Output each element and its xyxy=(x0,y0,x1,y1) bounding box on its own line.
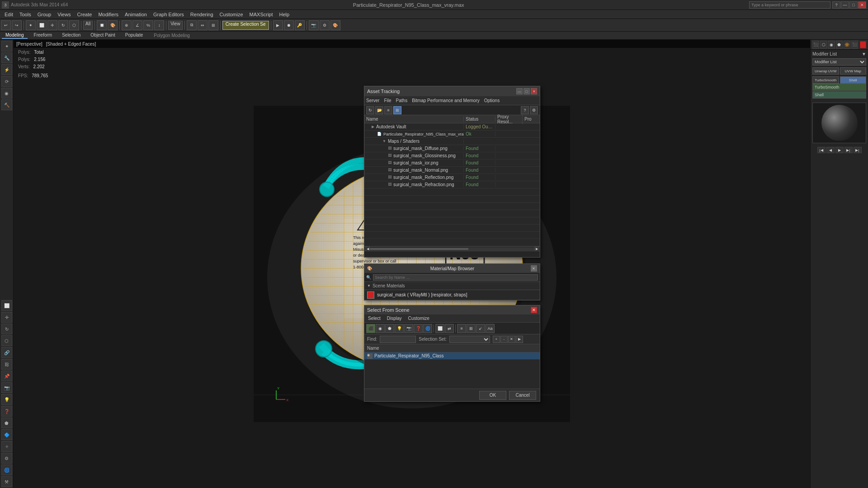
at-row-refraction[interactable]: 🖼 surgical_mask_Refraction.png Found xyxy=(364,181,540,188)
at-row-glossiness[interactable]: 🖼 surgical_mask_Glossiness.png Found xyxy=(364,152,540,160)
at-menu-bitmap-perf[interactable]: Bitmap Performance and Memory xyxy=(412,98,480,103)
ss-case-icon[interactable]: Aa xyxy=(486,324,495,333)
menu-graph-editors[interactable]: Graph Editors xyxy=(151,11,187,18)
tab-freeform[interactable]: Freeform xyxy=(30,32,56,39)
angle-snap-icon[interactable]: ∠ xyxy=(132,20,142,30)
ss-select-subtree-icon[interactable]: ↙ xyxy=(476,324,485,333)
at-icon-detail[interactable]: ⊞ xyxy=(393,106,401,114)
compound-icon[interactable]: 🔷 xyxy=(1,429,12,440)
rp-icon-5[interactable]: 🔆 xyxy=(844,41,850,49)
helper-icon[interactable]: ❓ xyxy=(1,406,12,417)
camera-icon[interactable]: 📷 xyxy=(1,382,12,393)
at-row-maps-folder[interactable]: ▼ Maps / Shaders xyxy=(364,138,540,145)
pb-next-frame[interactable]: ▶| xyxy=(844,147,853,153)
light-icon[interactable]: 💡 xyxy=(1,394,12,405)
ss-group-icon[interactable]: ⊞ xyxy=(467,324,476,333)
material-search-input[interactable] xyxy=(373,274,538,281)
menu-tools[interactable]: Tools xyxy=(17,11,34,18)
material-row-surgical-mask[interactable]: surgical_mask ( VRayMtl ) [respirator, s… xyxy=(364,290,540,300)
pb-go-end[interactable]: ▶| xyxy=(854,147,862,153)
ss-warp-icon[interactable]: 🌀 xyxy=(423,324,432,333)
redo-button[interactable]: ↪ xyxy=(12,20,22,30)
rotate-tool-icon[interactable]: ↻ xyxy=(1,324,12,334)
create-panel-icon[interactable]: ✦ xyxy=(1,41,12,52)
motion-panel-icon[interactable]: ⟳ xyxy=(1,76,12,87)
menu-customize[interactable]: Customize xyxy=(217,11,246,18)
menu-rendering[interactable]: Rendering xyxy=(188,11,216,18)
at-row-diffuse[interactable]: 🖼 surgical_mask_Diffuse.png Found xyxy=(364,145,540,152)
record-icon[interactable]: ⏺ xyxy=(284,20,294,30)
display-panel-icon[interactable]: ◉ xyxy=(1,88,12,99)
pb-prev-frame[interactable]: ◀ xyxy=(826,147,835,153)
turbosmooth-btn[interactable]: TurboSmooth xyxy=(812,76,839,84)
play-anim-icon[interactable]: ▶ xyxy=(273,20,283,30)
ss-sel-highlight-btn[interactable]: ▶ xyxy=(516,336,523,343)
menu-animation[interactable]: Animation xyxy=(122,11,150,18)
ss-tab-customize[interactable]: Customize xyxy=(406,315,431,321)
key-icon[interactable]: 🔑 xyxy=(295,20,305,30)
rp-icon-1[interactable]: ⬛ xyxy=(812,41,819,49)
at-menu-server[interactable]: Server xyxy=(366,98,379,103)
select-obj-icon[interactable]: ⬜ xyxy=(1,300,12,311)
render-icon[interactable]: 📷 xyxy=(309,20,319,30)
ss-tab-select[interactable]: Select xyxy=(366,315,382,321)
pb-go-start[interactable]: |◀ xyxy=(817,147,826,153)
utilities-panel-icon[interactable]: 🔨 xyxy=(1,99,12,110)
ss-light-icon[interactable]: 💡 xyxy=(395,324,404,333)
scene-materials-expand[interactable]: ▼ xyxy=(367,284,371,288)
at-row-reflection[interactable]: 🖼 surgical_mask_Reflection.png Found xyxy=(364,174,540,181)
filter-dropdown[interactable]: All xyxy=(83,21,93,30)
ss-helper-icon[interactable]: ❓ xyxy=(414,324,423,333)
align-icon[interactable]: ⧉ xyxy=(187,20,197,30)
tab-selection[interactable]: Selection xyxy=(58,32,84,39)
select-color-icon[interactable]: 🎨 xyxy=(108,20,118,30)
ss-none-icon[interactable]: ⬜ xyxy=(435,324,444,333)
viewport-label-perspective[interactable]: [Perspective] xyxy=(16,42,42,47)
menu-help[interactable]: Help xyxy=(277,11,292,18)
at-col-proxy[interactable]: Proxy Resol... xyxy=(495,114,523,124)
undo-button[interactable]: ↩ xyxy=(1,20,11,30)
ss-tab-display[interactable]: Display xyxy=(385,315,404,321)
ss-layer-icon[interactable]: ≡ xyxy=(457,324,466,333)
unlink-icon[interactable]: ⛓ xyxy=(1,359,12,370)
at-horizontal-scroll[interactable] xyxy=(370,248,534,250)
help-button[interactable]: ? xyxy=(832,1,840,9)
move-icon[interactable]: ✛ xyxy=(47,20,57,30)
at-icon-list[interactable]: ≡ xyxy=(384,106,392,114)
render-setup-icon[interactable]: ⚙ xyxy=(320,20,330,30)
at-col-pro[interactable]: Pro xyxy=(523,117,536,122)
at-row-vault[interactable]: ▶ Autodesk Vault Logged Out ... xyxy=(364,123,540,131)
rp-icon-6[interactable]: ⬛ xyxy=(851,41,858,49)
at-menu-options[interactable]: Options xyxy=(484,98,500,103)
at-minimize-btn[interactable]: — xyxy=(516,88,523,94)
at-icon-refresh[interactable]: ↻ xyxy=(366,106,374,114)
at-row-ior[interactable]: 🖼 surgical_mask_ior.png Found xyxy=(364,160,540,167)
dynamics-icon[interactable]: ⚙ xyxy=(1,453,12,464)
menu-create[interactable]: Create xyxy=(74,11,94,18)
snap-3d-icon[interactable]: ⊕ xyxy=(122,20,132,30)
stack-turbosmooth[interactable]: TurboSmooth xyxy=(812,84,866,91)
pb-play[interactable]: ▶ xyxy=(835,147,844,153)
at-row-maxfile[interactable]: 📄 Particulate_Respirator_N95_Class_max_v… xyxy=(364,131,540,138)
at-icon-browse[interactable]: 📂 xyxy=(375,106,383,114)
modify-panel-icon[interactable]: 🔧 xyxy=(1,52,12,63)
shape-icon[interactable]: ⬟ xyxy=(1,418,12,428)
rotate-icon[interactable]: ↻ xyxy=(58,20,68,30)
menu-group[interactable]: Group xyxy=(35,11,54,18)
viewport-label-shading[interactable]: [Shaded + Edged Faces] xyxy=(46,42,96,47)
at-icon-settings[interactable]: ⚙ xyxy=(530,106,538,114)
at-col-name[interactable]: Name xyxy=(364,117,464,122)
material-editor-icon[interactable]: 🎨 xyxy=(330,20,340,30)
spinner-snap-icon[interactable]: ↕ xyxy=(154,20,164,30)
ss-row-particulate[interactable]: ◉ Particulate_Respirator_N95_Class xyxy=(364,352,540,360)
at-scroll-left[interactable]: ◀ xyxy=(365,247,370,251)
select-scene-close[interactable]: ✕ xyxy=(531,307,537,313)
rp-icon-2[interactable]: ⬡ xyxy=(820,41,827,49)
rp-icon-4[interactable]: ⬟ xyxy=(836,41,843,49)
ss-sel-clear-btn[interactable]: ✕ xyxy=(508,336,515,343)
bind-space-icon[interactable]: 📌 xyxy=(1,371,12,381)
ss-camera-icon[interactable]: 📷 xyxy=(404,324,413,333)
create-selection-button[interactable]: Create Selection Se xyxy=(222,21,269,30)
select-icon[interactable]: ✦ xyxy=(26,20,36,30)
at-menu-paths[interactable]: Paths xyxy=(396,98,408,103)
